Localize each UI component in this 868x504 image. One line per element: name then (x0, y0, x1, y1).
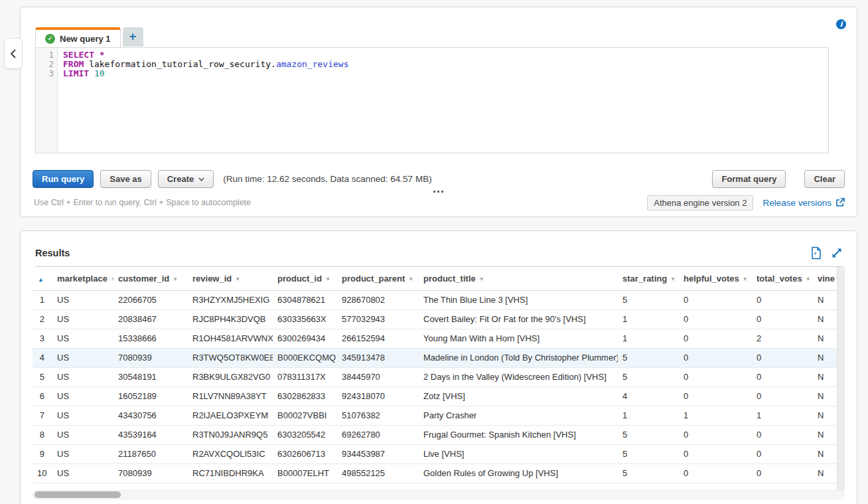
column-header-customer_id[interactable]: customer_id▼ (113, 267, 188, 290)
row-number: 1 (33, 290, 52, 309)
panel-resize-handle[interactable]: ... (433, 185, 445, 192)
table-row[interactable]: 9US21187650R2AVXCQOLI53IC630260671393445… (33, 444, 838, 463)
column-header-marketplace[interactable]: marketplace▼ (52, 267, 113, 290)
cell-product_id: 6304878621 (273, 290, 337, 309)
cell-review_id: R2AVXCQOLI53IC (188, 444, 273, 463)
table-row[interactable]: 5US30548191R3BK9ULGX82VG0078311317X38445… (33, 367, 838, 386)
column-label: star_rating (622, 274, 667, 284)
column-header-star_rating[interactable]: star_rating▼ (618, 267, 679, 290)
cell-customer_id: 22066705 (113, 290, 188, 309)
code-segment-keyword: SELECT (63, 50, 94, 60)
query-tabs: ✓ New query 1 + (35, 27, 143, 46)
cell-review_id: R3TWQ5OT8KW0E8 (188, 348, 273, 367)
download-results-file-icon[interactable] (811, 246, 822, 260)
table-row[interactable]: 10US7080939RC71NIBDHR9KAB00007ELHT498552… (33, 463, 838, 483)
column-header-total_votes[interactable]: total_votes▼ (752, 267, 813, 290)
cell-review_id: R1LV7NN89A38YT (188, 386, 273, 406)
table-row[interactable]: 4US7080939R3TWQ5OT8KW0E8B000EKCQMQ345913… (33, 348, 838, 367)
table-row[interactable]: 7US43430756R2IJAELO3PXEYMB00027VBBI51076… (33, 406, 838, 425)
tab-new-query-1[interactable]: ✓ New query 1 (35, 27, 121, 47)
column-header-helpful_votes[interactable]: helpful_votes▼ (679, 267, 752, 290)
cell-product_id: B00007ELHT (273, 463, 337, 483)
cell-total_votes: 0 (752, 290, 813, 309)
table-row[interactable]: 8US43539164R3TN0J9JANR9Q5630320554269262… (33, 425, 838, 444)
row-number: 9 (33, 444, 52, 463)
filter-caret-icon: ▼ (408, 276, 413, 282)
cell-product_id: 6302606713 (273, 444, 337, 463)
cell-total_votes: 0 (752, 386, 813, 406)
format-query-button[interactable]: Format query (712, 170, 786, 188)
new-tab-button[interactable]: + (123, 27, 143, 46)
release-versions-label: Release versions (762, 198, 832, 208)
cell-customer_id: 43539164 (113, 425, 188, 444)
cell-product_parent: 924318070 (337, 386, 419, 406)
code-segment-plain (94, 50, 100, 60)
code-line: FROM lakeformation_tutorial_row_security… (63, 60, 348, 69)
row-number: 4 (33, 348, 52, 367)
create-dropdown-button[interactable]: Create (158, 170, 214, 188)
horizontal-scrollbar-thumb[interactable] (35, 491, 121, 498)
code-segment-plain (89, 68, 94, 78)
cell-review_id: RC71NIBDHR9KA (188, 463, 273, 483)
column-header-product_title[interactable]: product_title▼ (419, 267, 618, 290)
run-stats-text: (Run time: 12.62 seconds, Data scanned: … (223, 174, 431, 184)
cell-helpful_votes: 1 (679, 406, 752, 425)
table-row[interactable]: 6US16052189R1LV7NN89A38YT630286283392431… (33, 386, 838, 406)
cell-helpful_votes: 0 (679, 309, 752, 329)
table-row[interactable]: 3US15338666R1OH4581ARVWNX630026943426615… (33, 329, 838, 348)
query-success-check-icon: ✓ (45, 34, 55, 44)
cell-vine: N (813, 329, 838, 348)
cell-product_title: The Thin Blue Line 3 [VHS] (419, 290, 618, 309)
cell-star_rating: 5 (618, 463, 679, 483)
horizontal-scrollbar[interactable] (33, 490, 845, 499)
code-segment-tableref: amazon_reviews (276, 59, 349, 69)
cell-product_parent: 266152594 (337, 329, 419, 348)
expand-results-icon[interactable] (832, 248, 842, 258)
cell-product_id: 6303205542 (273, 425, 337, 444)
cell-customer_id: 30548191 (113, 367, 188, 386)
cell-review_id: R3TN0J9JANR9Q5 (188, 425, 273, 444)
column-label: product_parent (342, 274, 405, 284)
cell-product_title: Party Crasher (419, 406, 618, 425)
code-segment-keyword: * (100, 50, 105, 60)
sidebar-collapse-button[interactable] (4, 38, 23, 69)
cell-product_id: 078311317X (273, 367, 337, 386)
column-label: helpful_votes (684, 274, 739, 284)
cell-product_title: Covert Bailey: Fit Or Fat for the 90's [… (419, 309, 618, 329)
filter-caret-icon: ▼ (670, 276, 676, 282)
release-versions-link[interactable]: Release versions (762, 198, 845, 208)
row-number-sort-header[interactable]: ▲ (33, 267, 52, 290)
cell-star_rating: 4 (618, 386, 679, 406)
vertical-scrollbar[interactable] (837, 267, 845, 491)
column-header-product_parent[interactable]: product_parent▼ (337, 267, 419, 290)
column-header-product_id[interactable]: product_id▼ (273, 267, 337, 290)
column-header-review_id[interactable]: review_id▼ (188, 267, 273, 290)
shortcut-hint-text: Use Ctrl + Enter to run query, Ctrl + Sp… (34, 198, 251, 207)
cell-marketplace: US (52, 386, 113, 406)
line-number: 3 (36, 69, 54, 78)
cell-vine: N (813, 463, 838, 483)
cell-vine: N (813, 386, 838, 406)
info-icon[interactable]: i (836, 19, 846, 29)
column-header-vine[interactable]: vine▼ (813, 267, 838, 290)
sql-editor[interactable]: 123 SELECT *FROM lakeformation_tutorial_… (35, 47, 829, 153)
table-row[interactable]: 2US20838467RJC8PH4K3DVQB630335663X577032… (33, 309, 838, 329)
filter-caret-icon: ▼ (479, 276, 484, 282)
cell-total_votes: 0 (752, 425, 813, 444)
column-label: marketplace (57, 274, 108, 284)
code-segment-number: 10 (94, 68, 105, 78)
column-label: vine (818, 274, 835, 284)
code-segment-keyword: LIMIT (63, 68, 89, 78)
table-row[interactable]: 1US22066705R3HZYXMJ5HEXIG630487862192867… (33, 290, 838, 309)
clear-button[interactable]: Clear (804, 170, 845, 188)
column-label: total_votes (757, 274, 802, 284)
row-number: 7 (33, 406, 52, 425)
results-header: Results (35, 244, 842, 262)
run-query-button[interactable]: Run query (33, 170, 94, 188)
cell-star_rating: 5 (618, 367, 679, 386)
cell-total_votes: 1 (752, 406, 813, 425)
cell-star_rating: 1 (618, 309, 679, 329)
filter-caret-icon: ▼ (806, 276, 811, 282)
chevron-left-icon (9, 48, 17, 60)
save-as-button[interactable]: Save as (100, 170, 151, 188)
